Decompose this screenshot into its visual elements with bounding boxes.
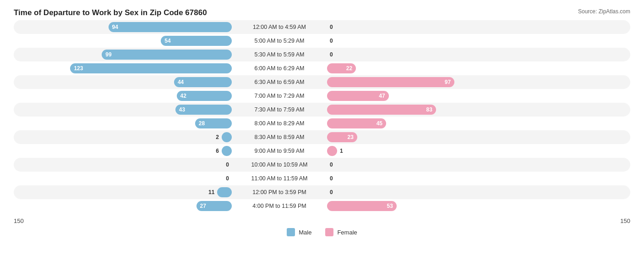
- chart-row: 427:00 AM to 7:29 AM47: [14, 89, 630, 103]
- female-bar-label: 47: [379, 93, 385, 99]
- male-bar: [222, 132, 232, 142]
- female-bar: [327, 146, 337, 156]
- right-section: 1: [325, 144, 545, 158]
- male-color-box: [287, 228, 295, 236]
- time-label: 5:00 AM to 5:29 AM: [234, 38, 325, 44]
- time-label: 8:30 AM to 8:59 AM: [234, 134, 325, 140]
- chart-container: Time of Departure to Work by Sex in Zip …: [0, 0, 644, 273]
- time-label: 6:00 AM to 6:29 AM: [234, 65, 325, 72]
- left-section: 123: [14, 61, 234, 75]
- chart-row: 545:00 AM to 5:29 AM0: [14, 34, 630, 48]
- female-bar: 83: [327, 105, 436, 115]
- female-bar-label: 97: [445, 79, 451, 85]
- male-bar: 123: [70, 63, 232, 73]
- female-label: Female: [337, 229, 357, 236]
- legend-male: Male: [287, 228, 311, 236]
- time-label: 10:00 AM to 10:59 AM: [234, 162, 325, 168]
- right-section: 83: [325, 103, 545, 117]
- female-bar-label: 22: [346, 65, 352, 72]
- chart-title: Time of Departure to Work by Sex in Zip …: [14, 8, 630, 17]
- female-bar: 53: [327, 201, 397, 211]
- left-section: 0: [14, 158, 234, 172]
- male-bar-label: 43: [179, 106, 185, 113]
- left-section: 2: [14, 130, 234, 144]
- female-value-label: 0: [330, 24, 343, 30]
- female-value-label: 1: [340, 148, 353, 154]
- right-section: 47: [325, 89, 545, 103]
- male-label: Male: [299, 229, 311, 236]
- chart-row: 1112:00 PM to 3:59 PM0: [14, 185, 630, 199]
- chart-row: 446:30 AM to 6:59 AM97: [14, 75, 630, 89]
- left-section: 6: [14, 144, 234, 158]
- male-bar: [222, 146, 232, 156]
- chart-row: 28:30 AM to 8:59 AM23: [14, 130, 630, 144]
- left-section: 42: [14, 89, 234, 103]
- chart-row: 1236:00 AM to 6:29 AM22: [14, 61, 630, 75]
- left-section: 99: [14, 48, 234, 61]
- female-bar: 23: [327, 132, 357, 142]
- male-value-label: 0: [216, 162, 229, 168]
- left-section: 54: [14, 34, 234, 48]
- time-label: 6:30 AM to 6:59 AM: [234, 79, 325, 85]
- left-section: 43: [14, 103, 234, 117]
- male-bar-label: 28: [199, 120, 205, 127]
- chart-row: 010:00 AM to 10:59 AM0: [14, 158, 630, 172]
- right-section: 0: [325, 20, 545, 34]
- male-bar: 54: [161, 36, 232, 46]
- female-value-label: 0: [330, 38, 343, 44]
- time-label: 4:00 PM to 11:59 PM: [234, 203, 325, 209]
- female-bar: 47: [327, 91, 389, 101]
- female-bar: 97: [327, 77, 454, 87]
- male-value-label: 6: [206, 148, 219, 154]
- chart-row: 437:30 AM to 7:59 AM83: [14, 103, 630, 117]
- chart-row: 274:00 PM to 11:59 PM53: [14, 199, 630, 213]
- female-color-box: [325, 228, 333, 236]
- female-bar: 45: [327, 118, 386, 128]
- male-bar: 42: [177, 91, 232, 101]
- male-value-label: 2: [206, 134, 219, 140]
- chart-area: 9412:00 AM to 4:59 AM0545:00 AM to 5:29 …: [14, 20, 630, 213]
- chart-row: 288:00 AM to 8:29 AM45: [14, 117, 630, 130]
- male-value-label: 11: [202, 189, 214, 195]
- time-label: 12:00 PM to 3:59 PM: [234, 189, 325, 195]
- time-label: 9:00 AM to 9:59 AM: [234, 148, 325, 154]
- male-bar-label: 27: [200, 203, 206, 209]
- female-value-label: 0: [330, 175, 343, 182]
- female-bar-label: 83: [426, 106, 432, 113]
- female-bar-label: 45: [377, 120, 382, 127]
- male-bar: 28: [195, 118, 232, 128]
- left-section: 94: [14, 20, 234, 34]
- axis-labels: 150 150: [14, 215, 630, 226]
- right-section: 0: [325, 158, 545, 172]
- legend-female: Female: [325, 228, 357, 236]
- female-bar-label: 53: [387, 203, 393, 209]
- male-bar: 44: [174, 77, 232, 87]
- right-section: 22: [325, 61, 545, 75]
- time-label: 5:30 AM to 5:59 AM: [234, 51, 325, 58]
- time-label: 7:00 AM to 7:29 AM: [234, 93, 325, 99]
- right-section: 23: [325, 130, 545, 144]
- left-section: 44: [14, 75, 234, 89]
- right-section: 0: [325, 48, 545, 61]
- male-bar-label: 123: [74, 65, 83, 72]
- right-section: 0: [325, 185, 545, 199]
- female-bar-label: 23: [348, 134, 354, 140]
- time-label: 8:00 AM to 8:29 AM: [234, 120, 325, 127]
- chart-row: 011:00 AM to 11:59 AM0: [14, 172, 630, 185]
- male-bar: [217, 187, 232, 197]
- left-section: 27: [14, 199, 234, 213]
- right-section: 0: [325, 34, 545, 48]
- male-bar-label: 42: [180, 93, 186, 99]
- male-bar-label: 44: [178, 79, 184, 85]
- chart-row: 995:30 AM to 5:59 AM0: [14, 48, 630, 61]
- source-label: Source: ZipAtlas.com: [578, 8, 630, 15]
- left-section: 0: [14, 172, 234, 185]
- male-bar-label: 54: [164, 38, 170, 44]
- axis-left: 150: [14, 217, 24, 224]
- male-bar-label: 94: [112, 24, 118, 30]
- female-value-label: 0: [330, 189, 343, 195]
- time-label: 12:00 AM to 4:59 AM: [234, 24, 325, 30]
- time-label: 7:30 AM to 7:59 AM: [234, 106, 325, 113]
- female-bar: 22: [327, 63, 356, 73]
- axis-right: 150: [620, 217, 630, 224]
